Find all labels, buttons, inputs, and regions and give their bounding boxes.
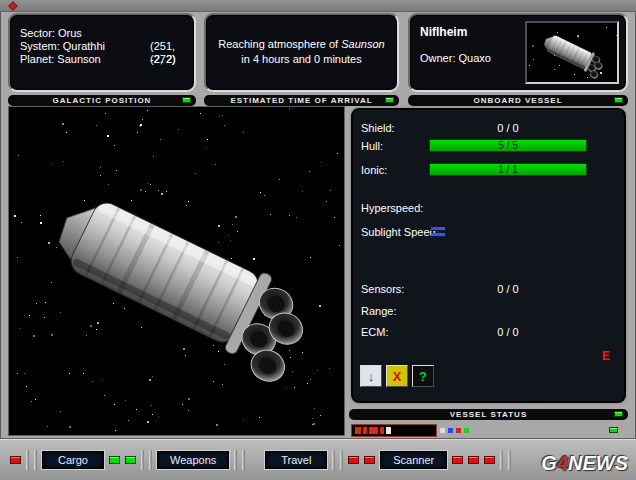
planet-coords: (2, 2) [150,53,176,66]
ecm-label: ECM: [361,325,389,339]
star [339,245,340,246]
onboard-vessel-panel: Niflheim Owner: Quaxo [408,13,628,92]
eta-line1: Reaching atmosphere of Saunson [206,37,397,52]
sensors-label: Sensors: [361,282,404,296]
weapons-button[interactable]: Weapons [157,451,229,469]
star [96,125,97,126]
star [147,110,148,111]
status-led-icon [385,97,394,103]
stat-row-sensors: Sensors: 0 / 0 [351,282,626,298]
star [216,424,218,426]
eta-section: Reaching atmosphere of Saunson in 4 hour… [204,13,399,106]
position-row-planet: Planet: Saunson (2, 2) [20,53,194,66]
divider-ridge [26,450,29,470]
onboard-vessel-section: Niflheim Owner: Quaxo ONBOARD VESSEL [408,13,628,106]
energy-marker: E [602,349,610,363]
star [20,328,21,329]
system-value: Qurathhi [63,40,105,52]
planet-label: Planet: [20,53,54,65]
divider-ridge [508,450,511,470]
led-indicator [348,456,359,464]
onboard-vessel-label-bar: ONBOARD VESSEL [408,95,628,106]
eta-prefix: Reaching atmosphere of [218,38,338,50]
position-row-system: System: Qurathhi (251, -272) [20,40,194,53]
led-indicator [364,456,375,464]
stat-row-ecm: ECM: 0 / 0 [351,325,626,341]
help-button[interactable]: ? [412,365,434,387]
divider-ridge [332,450,335,470]
hyperspeed-label: Hyperspeed: [361,201,423,215]
scanner-button[interactable]: Scanner [380,451,447,469]
onboard-vessel-title: ONBOARD VESSEL [473,96,562,105]
ticker-glyph [369,427,378,434]
divider-ridge [141,450,144,470]
star [60,411,61,412]
led-indicator [468,456,479,464]
watermark-four: 4 [557,452,568,474]
star [66,132,67,133]
star [114,404,115,405]
star [114,145,115,146]
range-label: Range: [361,304,396,318]
owner-value: Quaxo [459,52,491,64]
star [178,129,179,130]
led-indicator [452,456,463,464]
star [314,408,315,409]
divider-ridge [149,450,152,470]
galactic-position-title: GALACTIC POSITION [53,96,152,105]
star [224,125,225,126]
pixel-indicator [440,428,445,433]
sublight-indicator [431,227,445,239]
star [313,423,315,425]
ship-render-icon [27,159,333,401]
ionic-label: Ionic: [361,163,387,177]
status-led-icon [614,97,623,103]
attack-button[interactable]: X [386,365,408,387]
system-label: System: [20,40,60,52]
star [21,222,22,223]
hull-bar: 5 / 5 [429,139,587,152]
owner-label: Owner: [420,52,455,64]
star [140,124,142,126]
shield-label: Shield: [361,121,395,135]
star [153,156,154,157]
led-indicator [109,456,120,464]
ticker-display [351,424,437,437]
eta-place: Saunson [341,38,384,50]
galactic-position-section: Sector: Orus System: Qurathhi (251, -272… [8,13,196,106]
ionic-value: 1 / 1 [498,164,517,175]
star [312,418,313,419]
position-row-sector: Sector: Orus [20,27,194,40]
star [182,404,183,405]
down-arrow-icon: ↓ [368,369,375,384]
star [188,410,189,411]
cargo-button[interactable]: Cargo [42,451,104,469]
divider-ridge [34,450,37,470]
pixel-indicator [456,428,461,433]
window-icon [8,1,18,11]
vessel-thumbnail [525,21,619,84]
star [158,416,159,417]
galactic-position-panel: Sector: Orus System: Qurathhi (251, -272… [8,13,196,92]
star [128,420,129,421]
star [320,415,321,416]
attack-burst-icon: X [393,369,402,384]
vessel-status-label-bar: VESSEL STATUS [349,409,628,420]
land-button[interactable]: ↓ [360,365,382,387]
sublight-label: Sublight Speed: [361,225,439,239]
star [337,153,338,154]
sector-label: Sector: [20,27,55,39]
star [160,139,161,140]
watermark-g: G [541,452,557,474]
travel-button[interactable]: Travel [265,451,327,469]
watermark-news: NEWS [568,452,628,474]
vessel-status-section: Shield: 0 / 0 Hull: 5 / 5 Ionic: 1 / 1 H… [349,106,628,437]
titlebar [0,0,636,12]
g4news-watermark: G4NEWS [541,452,628,475]
divider-ridge [500,450,503,470]
ecm-value: 0 / 0 [429,325,587,339]
ticker-glyph [363,427,367,434]
star [137,132,138,133]
star [62,123,64,125]
star [151,405,152,406]
